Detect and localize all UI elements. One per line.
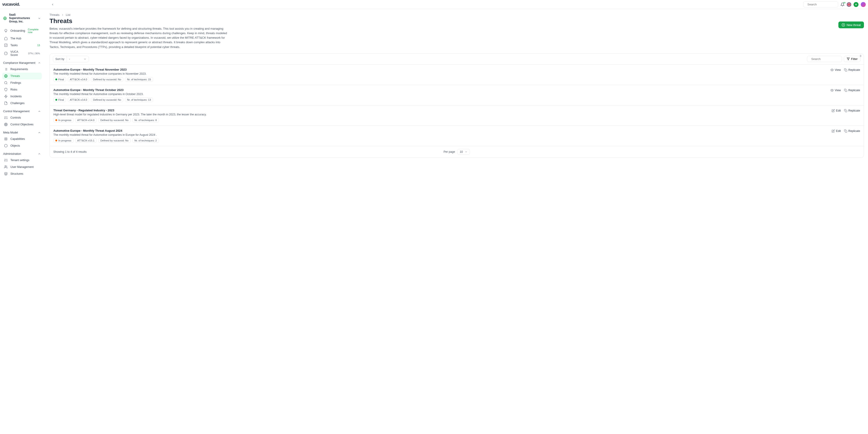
sidebar-item-tenant-settings[interactable]: Tenant settings (2, 157, 42, 164)
version-tag: ATT&CK-v14.0 (68, 77, 89, 82)
edit-button[interactable]: Edit (832, 109, 841, 112)
sidebar-item-challenges[interactable]: Challenges (2, 100, 42, 107)
svg-point-51 (832, 69, 833, 70)
main-content: Threats List Threats Below, vucavoid's i… (44, 9, 868, 180)
sidebar-section-administration[interactable]: Administration (2, 149, 42, 157)
org-name: SaaS Superstructures Group, Inc. (9, 13, 35, 23)
threat-title[interactable]: Threat Germany - Regulated Industry - 20… (53, 109, 827, 112)
replicate-button[interactable]: Replicate (844, 89, 860, 92)
sidebar-item-label: Findings (10, 81, 40, 84)
threat-actions: Edit Replicate (832, 109, 860, 122)
new-threat-button[interactable]: New threat (838, 22, 864, 28)
sliders-icon (4, 116, 8, 119)
sidebar-item-incidents[interactable]: Incidents (2, 93, 42, 100)
section-title: Compliance Management (3, 61, 35, 64)
sidebar-section-compliance-management[interactable]: Compliance Management (2, 58, 42, 66)
svg-rect-55 (845, 110, 847, 112)
action-label: View (835, 68, 841, 71)
chevron-right-icon (61, 13, 64, 16)
sidebar-item-control-objectives[interactable]: Control Objectives (2, 121, 42, 128)
sidebar-item-label: Capabilities (10, 137, 40, 141)
threat-tags: Final ATT&CK-v14.0 Defined by vucavoid: … (53, 77, 826, 82)
sidebar-item-findings[interactable]: Findings (2, 80, 42, 86)
sidebar-item-structures[interactable]: Structures (2, 170, 42, 177)
gauge-icon (4, 52, 8, 55)
sidebar-section-meta-model[interactable]: Meta Model (2, 128, 42, 136)
defined-tag: Defined by vucavoid: No (91, 97, 123, 102)
action-label: View (835, 89, 841, 92)
sidebar-badge: 37% | 36% (28, 52, 40, 55)
user-avatar[interactable] (861, 2, 866, 7)
replicate-button[interactable]: Replicate (844, 109, 860, 112)
sidebar-item-user-management[interactable]: User Management (2, 164, 42, 170)
svg-rect-54 (845, 90, 847, 92)
global-search[interactable] (803, 1, 838, 7)
sidebar-item-label: Tasks (10, 44, 35, 47)
svg-rect-32 (5, 138, 7, 140)
filter-icon (847, 57, 850, 60)
filter-button[interactable]: Filter 0 (844, 56, 861, 62)
org-selector[interactable]: SaaS Superstructures Group, Inc. (2, 12, 42, 27)
check-icon (4, 44, 8, 47)
sidebar-item-requirements[interactable]: Requirements (2, 66, 42, 73)
svg-point-43 (5, 166, 6, 167)
shield-icon (4, 88, 8, 91)
threat-actions: View Replicate (831, 68, 860, 82)
toolbar-right: Filter 0 (807, 56, 861, 62)
sidebar-item-objects[interactable]: Objects (2, 142, 42, 149)
sidebar-item-tasks[interactable]: Tasks 13 (2, 42, 42, 49)
action-label: Replicate (848, 109, 860, 112)
logo[interactable]: vucavoid. (2, 2, 20, 7)
threat-row: Automotive Europe - Monhtly Threat Novem… (50, 64, 864, 85)
action-label: Replicate (848, 68, 860, 71)
svg-line-18 (6, 84, 7, 84)
sidebar-item-controls[interactable]: Controls (2, 114, 42, 121)
threat-title[interactable]: Automotive Europe - Monhtly Threat Novem… (53, 68, 826, 71)
sidebar-collapse-button[interactable] (50, 2, 55, 7)
sidebar-item-capabilities[interactable]: Capabilities (2, 136, 42, 142)
threat-title[interactable]: Automotive Europe - Monthly Threat Augus… (53, 129, 827, 133)
threat-body: Automotive Europe - Monhtly Threat Octob… (53, 88, 826, 102)
sidebar-item-vuca-score[interactable]: VUCA Score 37% | 36% (2, 49, 42, 58)
threat-row: Threat Germany - Regulated Industry - 20… (50, 105, 864, 125)
edit-icon (832, 129, 835, 133)
breadcrumb-threats[interactable]: Threats (50, 13, 59, 17)
notifications-button[interactable]: 43 (840, 2, 844, 6)
per-page-label: Per page (443, 150, 455, 153)
sort-value: - (69, 57, 70, 61)
status-tag: Final (53, 77, 66, 82)
threat-title[interactable]: Automotive Europe - Monhtly Threat Octob… (53, 88, 826, 92)
edit-button[interactable]: Edit (832, 129, 841, 133)
sidebar-section-control-management[interactable]: Control Management (2, 107, 42, 114)
box-icon (4, 144, 8, 147)
replicate-button[interactable]: Replicate (844, 129, 860, 133)
table-search[interactable] (807, 56, 842, 62)
version-tag: ATT&CK-v14.0 (75, 118, 96, 122)
sidebar-item-label: Risks (10, 88, 40, 91)
locale-flag-uk[interactable] (847, 2, 851, 7)
sidebar-item-label: Incidents (10, 95, 40, 98)
defined-tag: Defined by vucavoid: No (98, 118, 131, 122)
threat-description: The monhtly modeled threat for Automotiv… (53, 92, 826, 96)
replicate-button[interactable]: Replicate (844, 68, 860, 71)
svg-rect-56 (845, 131, 847, 133)
sidebar-item-label: User Management (10, 166, 40, 169)
sort-select[interactable]: - (67, 56, 89, 62)
copy-icon (844, 129, 847, 133)
table-search-input[interactable] (811, 57, 849, 61)
per-page-select[interactable]: 10 (457, 149, 470, 155)
view-button[interactable]: View (831, 89, 841, 92)
threat-tags: Final ATT&CK-v14.0 Defined by vucavoid: … (53, 97, 826, 102)
threat-description: The monhtly modeled threat for Automotiv… (53, 133, 827, 137)
breadcrumb-list[interactable]: List (66, 13, 70, 17)
techniques-tag: Nr. of techniques: 2 (132, 138, 159, 143)
add-button[interactable] (854, 2, 859, 7)
sidebar-item-label: Controls (10, 116, 40, 119)
sidebar-item-risks[interactable]: Risks (2, 86, 42, 93)
sidebar-item-the-hub[interactable]: The Hub (2, 35, 42, 42)
sidebar-item-onboarding[interactable]: Onboarding Complete now (2, 27, 42, 35)
global-search-input[interactable] (807, 3, 845, 6)
sidebar-item-threats[interactable]: Threats (2, 73, 42, 80)
view-button[interactable]: View (831, 68, 841, 71)
svg-marker-44 (4, 172, 7, 174)
